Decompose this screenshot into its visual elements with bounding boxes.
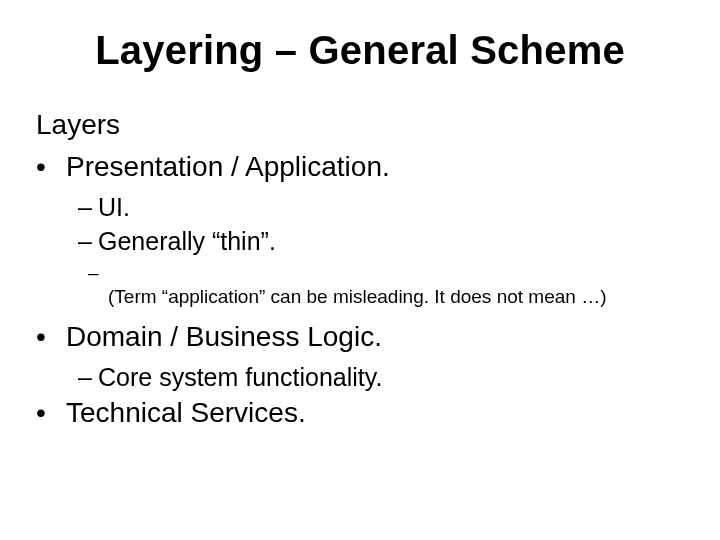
slide-body: Layers •Presentation / Application. –UI.… [36, 107, 684, 431]
bullet-item: •Technical Services. [36, 395, 684, 431]
sub-bullet-label: Core system functionality. [98, 363, 382, 391]
sub-bullet-label: Generally “thin”. [98, 227, 276, 255]
bullet-item: •Presentation / Application. [36, 149, 684, 185]
bullet-dot-icon: • [36, 149, 66, 185]
slide: Layering – General Scheme Layers •Presen… [0, 0, 720, 540]
dash-icon: – [78, 191, 98, 223]
bullet-label: Technical Services. [66, 397, 306, 428]
bullet-dot-icon: • [36, 319, 66, 355]
sub-bullet-label: UI. [98, 193, 130, 221]
sub-bullet-item: –Generally “thin”. [78, 225, 684, 257]
sub-bullet-item: –Core system functionality. [78, 361, 684, 393]
body-heading: Layers [36, 107, 684, 143]
subsub-bullet-item: – (Term “application” can be misleading.… [88, 261, 684, 310]
bullet-dot-icon: • [36, 395, 66, 431]
bullet-item: •Domain / Business Logic. [36, 319, 684, 355]
dash-icon: – [78, 225, 98, 257]
subsub-bullet-label: (Term “application” can be misleading. I… [108, 286, 606, 307]
dash-icon: – [78, 361, 98, 393]
bullet-label: Domain / Business Logic. [66, 321, 382, 352]
bullet-label: Presentation / Application. [66, 151, 390, 182]
slide-title: Layering – General Scheme [36, 28, 684, 73]
dash-icon: – [88, 261, 108, 310]
sub-bullet-item: –UI. [78, 191, 684, 223]
